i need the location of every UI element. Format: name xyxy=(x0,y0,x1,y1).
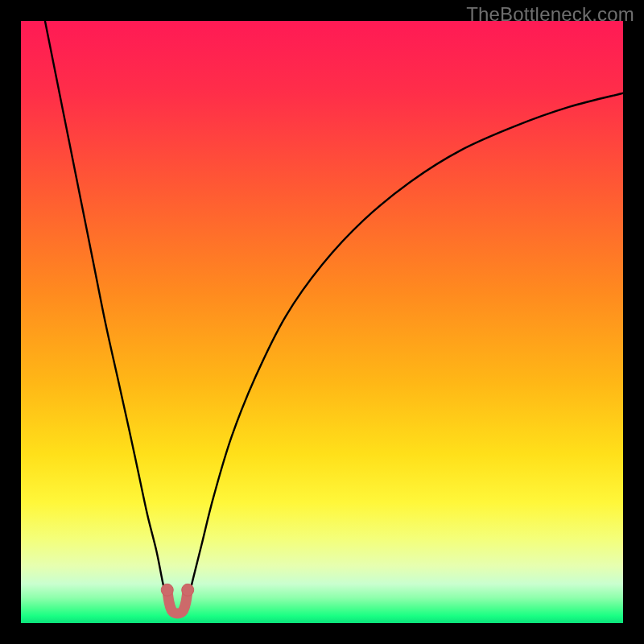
curve-left xyxy=(45,21,171,611)
watermark-text: TheBottleneck.com xyxy=(466,3,634,26)
chart-frame: TheBottleneck.com xyxy=(0,0,644,644)
curve-layer xyxy=(21,21,623,623)
curve-right xyxy=(184,93,623,611)
valley-marker-dot-right xyxy=(182,584,194,596)
valley-marker-dot-left xyxy=(161,584,173,596)
plot-area xyxy=(21,21,623,623)
